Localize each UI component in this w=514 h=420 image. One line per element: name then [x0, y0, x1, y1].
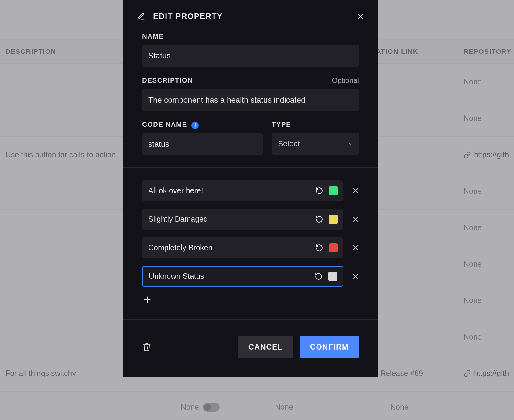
description-label: DESCRIPTION: [142, 77, 193, 84]
option-input-wrap: [142, 209, 343, 230]
option-input-wrap: [142, 180, 343, 201]
info-icon[interactable]: i: [191, 122, 199, 129]
edit-property-modal: EDIT PROPERTY NAME DESCRIPTION Optional …: [123, 0, 378, 377]
close-icon[interactable]: [357, 12, 365, 20]
reset-icon[interactable]: [315, 187, 323, 195]
description-field: DESCRIPTION Optional: [142, 76, 359, 111]
modal-body: NAME DESCRIPTION Optional CODE NAME i: [123, 32, 378, 168]
options-section: [123, 168, 378, 320]
add-option-button[interactable]: [142, 295, 152, 305]
color-swatch[interactable]: [329, 186, 338, 195]
chevron-down-icon: [348, 141, 353, 146]
close-icon[interactable]: [352, 273, 359, 280]
option-input-wrap: [142, 237, 343, 258]
reset-icon[interactable]: [315, 215, 323, 223]
option-label-input[interactable]: [148, 209, 310, 230]
close-icon[interactable]: [352, 244, 359, 251]
option-input-wrap: [142, 266, 343, 287]
color-swatch[interactable]: [329, 243, 338, 252]
option-label-input[interactable]: [149, 267, 309, 286]
reset-icon[interactable]: [315, 244, 323, 252]
option-label-input[interactable]: [148, 237, 310, 258]
confirm-button[interactable]: CONFIRM: [300, 336, 359, 358]
cancel-button[interactable]: CANCEL: [238, 336, 293, 358]
type-select-value: Select: [278, 139, 300, 149]
modal-footer: CANCEL CONFIRM: [123, 320, 378, 377]
trash-icon[interactable]: [142, 342, 151, 352]
color-swatch[interactable]: [328, 272, 337, 281]
color-swatch[interactable]: [329, 215, 338, 224]
codename-field: CODE NAME i: [142, 121, 263, 155]
close-icon[interactable]: [352, 187, 359, 194]
option-row: [142, 180, 359, 201]
option-row: [142, 209, 359, 230]
type-label: TYPE: [272, 121, 291, 128]
name-input[interactable]: [142, 45, 359, 67]
name-label: NAME: [142, 32, 164, 40]
option-row: [142, 266, 359, 287]
close-icon[interactable]: [352, 216, 359, 223]
option-row: [142, 237, 359, 258]
pencil-icon: [137, 12, 145, 21]
codename-input[interactable]: [142, 133, 263, 155]
description-input[interactable]: [142, 89, 359, 111]
codename-label: CODE NAME: [142, 121, 187, 128]
description-hint: Optional: [332, 76, 359, 85]
option-label-input[interactable]: [148, 180, 310, 201]
modal-header: EDIT PROPERTY: [123, 0, 378, 32]
type-field: TYPE Select: [272, 121, 359, 155]
name-field: NAME: [142, 32, 359, 67]
reset-icon[interactable]: [315, 272, 323, 280]
type-select[interactable]: Select: [272, 133, 359, 155]
modal-title: EDIT PROPERTY: [153, 12, 223, 21]
